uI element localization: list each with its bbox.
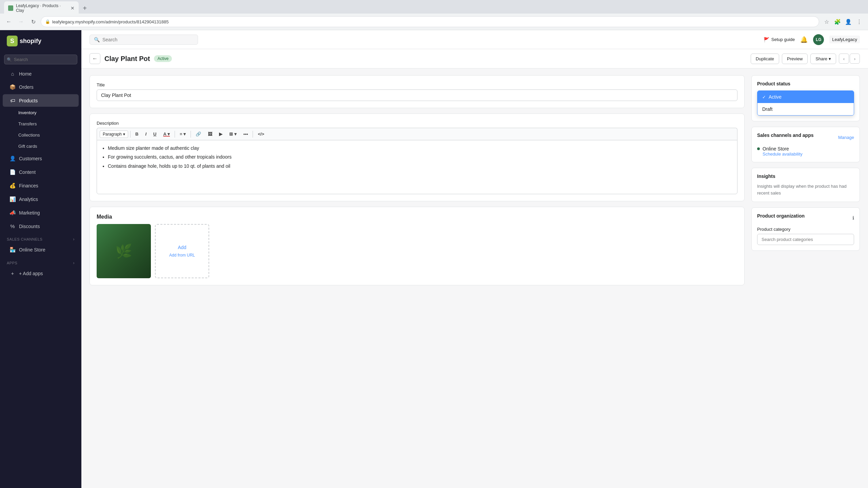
- media-grid: 🌿 Add Add from URL: [97, 224, 737, 278]
- sidebar-item-products[interactable]: 🏷 Products: [3, 94, 79, 107]
- marketing-icon: 📣: [9, 210, 16, 216]
- sidebar-item-content-label: Content: [19, 169, 36, 175]
- media-section-title: Media: [97, 214, 737, 220]
- tab-close-button[interactable]: ✕: [71, 5, 75, 11]
- apps-label: Apps: [7, 261, 17, 265]
- shopify-logo: S shopify: [7, 36, 41, 46]
- sidebar-item-marketing[interactable]: 📣 Marketing: [3, 206, 79, 219]
- title-label: Title: [97, 82, 737, 87]
- preview-button[interactable]: Preview: [782, 54, 808, 64]
- sidebar-item-online-store-label: Online Store: [19, 247, 45, 252]
- more-options-button[interactable]: ⋮: [854, 17, 864, 26]
- url-text: leafylegacy.myshopify.com/admin/products…: [52, 19, 169, 24]
- category-search-input[interactable]: [757, 234, 854, 245]
- description-item-2: For growing succulents, cactus, and othe…: [108, 153, 733, 161]
- draft-label: Draft: [762, 106, 772, 112]
- bookmark-button[interactable]: ☆: [822, 17, 831, 26]
- sidebar-sub-gift-cards-label: Gift cards: [18, 144, 37, 149]
- table-button[interactable]: ⊞ ▾: [226, 130, 239, 138]
- link-button[interactable]: 🔗: [193, 130, 204, 138]
- sidebar-sub-collections[interactable]: Collections: [3, 130, 79, 140]
- plant-image: 🌿: [97, 224, 151, 278]
- status-option-active[interactable]: ✓ Active: [757, 91, 854, 103]
- more-button[interactable]: •••: [241, 130, 251, 138]
- align-button[interactable]: ≡ ▾: [177, 130, 189, 138]
- sidebar-item-analytics[interactable]: 📊 Analytics: [3, 193, 79, 206]
- italic-button[interactable]: I: [142, 130, 149, 138]
- sidebar-item-orders-label: Orders: [19, 84, 34, 90]
- content-area: Title Description Paragraph ▾ B I U: [81, 68, 868, 292]
- paragraph-arrow: ▾: [123, 132, 125, 137]
- sidebar-item-orders[interactable]: 📦 Orders: [3, 81, 79, 94]
- search-input[interactable]: [102, 37, 194, 42]
- schedule-link[interactable]: Schedule availability: [763, 151, 803, 157]
- extensions-button[interactable]: 🧩: [833, 17, 842, 26]
- code-button[interactable]: </>: [255, 130, 267, 138]
- sidebar-sub-inventory[interactable]: Inventory: [3, 107, 79, 118]
- search-icon: 🔍: [94, 37, 100, 42]
- media-item-1[interactable]: 🌿: [97, 224, 151, 278]
- browser-tab[interactable]: LeafyLegacy · Products · Clay ✕: [4, 1, 79, 15]
- title-input[interactable]: [97, 89, 737, 101]
- page-header: ← Clay Plant Pot Active Duplicate Previe…: [81, 49, 868, 68]
- media-add-placeholder[interactable]: Add Add from URL: [155, 224, 209, 278]
- back-button[interactable]: ←: [4, 17, 14, 26]
- sidebar-item-customers[interactable]: 👤 Customers: [3, 152, 79, 165]
- image-button[interactable]: 🖼: [205, 130, 215, 138]
- content-icon: 📄: [9, 169, 16, 175]
- share-button[interactable]: Share ▾: [810, 54, 836, 64]
- status-dropdown[interactable]: ✓ Active Draft: [757, 90, 854, 116]
- apps-arrow[interactable]: ›: [73, 261, 75, 265]
- online-store-icon: 🏪: [9, 247, 16, 253]
- setup-guide-button[interactable]: 🚩 Setup guide: [764, 37, 795, 42]
- check-mark-icon: ✓: [762, 95, 766, 100]
- prev-product-button[interactable]: ‹: [839, 54, 849, 64]
- paragraph-label: Paragraph: [103, 132, 122, 137]
- sidebar-item-add-apps[interactable]: + + Add apps: [3, 267, 79, 280]
- address-bar[interactable]: 🔒 leafylegacy.myshopify.com/admin/produc…: [41, 16, 819, 27]
- reload-button[interactable]: ↻: [28, 17, 38, 26]
- app-search[interactable]: 🔍: [90, 35, 198, 45]
- sidebar-search-input[interactable]: [4, 55, 77, 64]
- duplicate-button[interactable]: Duplicate: [751, 54, 779, 64]
- bold-button[interactable]: B: [133, 130, 141, 138]
- sidebar-item-content[interactable]: 📄 Content: [3, 166, 79, 179]
- sidebar-sub-transfers[interactable]: Transfers: [3, 119, 79, 129]
- description-editor[interactable]: Medium size planter made of authentic cl…: [97, 140, 737, 194]
- add-media-button-label: Add: [178, 245, 186, 250]
- active-dot: [757, 147, 760, 150]
- paragraph-select[interactable]: Paragraph ▾: [100, 130, 128, 138]
- notification-button[interactable]: 🔔: [800, 36, 808, 43]
- user-avatar[interactable]: LG: [813, 34, 824, 45]
- user-initials: LG: [816, 37, 822, 42]
- forward-button[interactable]: →: [16, 17, 26, 26]
- sidebar-item-online-store[interactable]: 🏪 Online Store: [3, 243, 79, 256]
- insights-card: Insights Insights will display when the …: [751, 168, 860, 202]
- product-status-title: Product status: [757, 81, 854, 86]
- sidebar-sub-inventory-label: Inventory: [18, 110, 36, 115]
- sales-channels-card: Sales channels and apps Manage Online St…: [751, 127, 860, 162]
- store-name: LeafyLegacy: [829, 36, 860, 43]
- next-product-button[interactable]: ›: [850, 54, 860, 64]
- sales-channels-arrow[interactable]: ›: [73, 237, 75, 242]
- status-option-draft[interactable]: Draft: [757, 103, 854, 115]
- align-arrow: ▾: [183, 131, 186, 137]
- main-content: 🔍 🚩 Setup guide 🔔 LG LeafyLegacy ←: [81, 30, 868, 488]
- profile-button[interactable]: 👤: [844, 17, 853, 26]
- product-org-info-icon[interactable]: ℹ: [852, 215, 854, 221]
- browser-actions: ☆ 🧩 👤 ⋮: [822, 17, 864, 26]
- analytics-icon: 📊: [9, 196, 16, 202]
- manage-link[interactable]: Manage: [838, 135, 854, 140]
- title-card: Title: [90, 75, 745, 108]
- sidebar-item-home[interactable]: ⌂ Home: [3, 67, 79, 80]
- sidebar-item-finances[interactable]: 💰 Finances: [3, 179, 79, 192]
- sidebar-item-discounts[interactable]: % Discounts: [3, 220, 79, 232]
- description-card: Description Paragraph ▾ B I U A ▾: [90, 114, 745, 201]
- media-button[interactable]: ▶: [216, 130, 225, 138]
- sidebar-item-home-label: Home: [19, 71, 32, 77]
- text-color-button[interactable]: A ▾: [160, 130, 173, 138]
- back-button[interactable]: ←: [90, 53, 100, 64]
- sidebar-sub-gift-cards[interactable]: Gift cards: [3, 141, 79, 151]
- underline-button[interactable]: U: [151, 130, 159, 138]
- new-tab-button[interactable]: +: [80, 3, 90, 13]
